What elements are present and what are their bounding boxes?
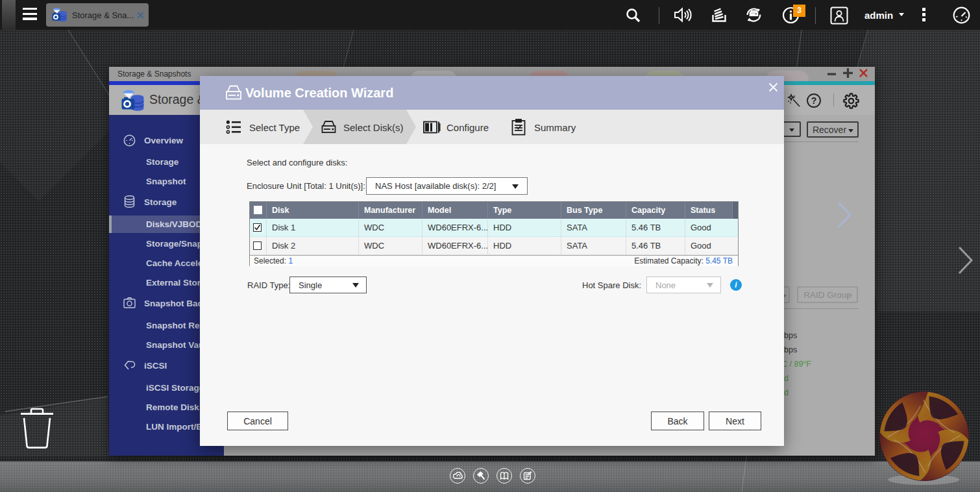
svg-text:?: ? — [811, 95, 817, 106]
